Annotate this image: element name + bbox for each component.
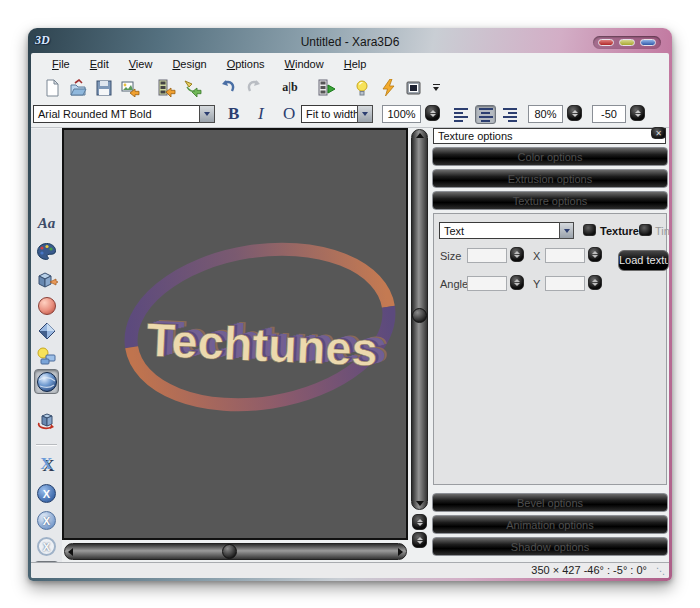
align-center-button[interactable] [475,105,496,124]
horizontal-scroll-thumb[interactable] [222,544,237,559]
animation-preview-icon[interactable] [315,78,337,98]
options-toolbar: Aa X X X X X [31,129,62,562]
bevel-options-tool[interactable] [34,318,59,343]
menu-edit[interactable]: Edit [81,55,118,73]
style-x-textured-tool[interactable]: X [34,508,59,533]
window-title: Untitled - Xara3D6 [31,35,669,49]
save-icon[interactable] [93,78,115,98]
design-canvas[interactable]: Techtunes Techtunes Techtunes Techtunes … [62,128,408,540]
angle-y-spinner[interactable] [588,275,602,290]
angle-input[interactable] [467,276,507,291]
angle-label: Angle [440,278,468,290]
vertical-scroll-thumb[interactable] [412,308,427,323]
menu-file[interactable]: File [43,55,79,73]
angle-y-label: Y [533,278,540,290]
button-options-tool[interactable] [34,293,59,318]
scroll-left-icon[interactable] [68,548,73,556]
style-x-solid-tool[interactable]: X [34,481,59,506]
extrusion-options-tool[interactable] [34,267,59,292]
minimize-button[interactable] [619,39,635,46]
zoom-mode-dropdown-icon[interactable] [357,105,373,123]
undo-icon[interactable] [217,78,239,98]
tint-checkbox[interactable] [639,224,652,236]
angle-y-input[interactable] [545,276,585,291]
page-up-spinner[interactable] [412,514,427,530]
horizontal-scrollbar[interactable] [64,543,407,560]
font-select[interactable]: Arial Rounded MT Bold [33,105,200,123]
svg-text:Techtunes: Techtunes [145,313,379,376]
display-icon[interactable] [403,78,425,98]
open-file-icon[interactable] [67,78,89,98]
animation-options-button[interactable]: Animation options [432,515,668,534]
bulb-shapes-icon [36,346,58,366]
zoom-mode-select[interactable]: Fit to width [301,105,358,123]
size-x-label: X [533,250,540,262]
new-document-icon[interactable] [41,78,63,98]
lighting-options-tool[interactable] [34,343,59,368]
bevel-options-button[interactable]: Bevel options [432,493,668,512]
scroll-down-icon[interactable] [416,501,424,506]
leading-spinner[interactable] [630,105,645,121]
toolbar-options-icon[interactable] [431,81,441,95]
resize-grip[interactable]: ⋱ [655,566,665,576]
align-right-button[interactable] [499,105,520,124]
align-left-button[interactable] [451,105,472,124]
italic-button[interactable]: I [258,104,264,124]
tracking-field[interactable]: 80% [528,105,563,123]
leading-field[interactable]: -50 [592,105,626,123]
menu-design[interactable]: Design [163,55,215,73]
size-spinner[interactable] [510,247,524,262]
color-options-button[interactable]: Color options [432,147,668,166]
texture-checkbox[interactable] [583,224,596,236]
text-options-icon[interactable]: a|b [279,78,301,98]
extrude-cube-icon [36,270,58,290]
palette-icon [36,242,57,262]
tools-divider [36,444,57,446]
export-vector-icon[interactable] [181,78,203,98]
extrusion-options-button[interactable]: Extrusion options [432,169,668,188]
menu-options[interactable]: Options [218,55,274,73]
menu-window[interactable]: Window [276,55,333,73]
maximize-button[interactable] [640,39,656,46]
style-x-outline-tool[interactable]: X [34,534,59,559]
animation-options-tool[interactable] [34,407,59,432]
scroll-right-icon[interactable] [398,548,403,556]
title-bar[interactable]: 3D Untitled - Xara3D6 [31,31,669,53]
rotate-cube-icon [36,409,58,431]
text-options-tool[interactable]: Aa [34,211,59,236]
export-animation-icon[interactable] [155,78,177,98]
shadow-options-button[interactable]: Shadow options [432,537,668,556]
color-options-tool[interactable] [34,239,59,264]
texture-target-select[interactable]: Text [439,222,560,239]
zoom-spinner[interactable] [425,105,440,121]
lights-icon[interactable] [351,78,373,98]
font-select-dropdown-icon[interactable] [199,105,215,123]
main-toolbar: a|b [31,74,669,101]
texture-options-tool[interactable] [34,369,59,394]
page-down-spinner[interactable] [412,532,427,548]
panel-title: Texture options [433,128,666,144]
size-x-input[interactable] [545,248,585,263]
tracking-spinner[interactable] [567,105,582,121]
redo-icon[interactable] [243,78,265,98]
texture-target-dropdown-icon[interactable] [559,222,574,239]
shadow-options-tool[interactable]: X [34,451,59,476]
menu-view[interactable]: View [120,55,162,73]
close-button[interactable] [598,39,614,46]
load-texture-button[interactable]: Load texture [618,250,669,271]
status-bar: 350 × 427 -46° : -5° : 0° ⋱ [31,562,669,578]
scroll-up-icon[interactable] [416,133,424,138]
techtunes-logo: Techtunes Techtunes Techtunes Techtunes … [64,130,406,538]
angle-spinner[interactable] [510,275,524,290]
bold-button[interactable]: B [228,104,239,124]
menu-help[interactable]: Help [335,55,376,73]
export-image-icon[interactable] [119,78,141,98]
flash-icon[interactable] [377,78,399,98]
size-x-spinner[interactable] [588,247,602,262]
zoom-value-field[interactable]: 100% [382,105,421,123]
panel-close-icon[interactable]: ✕ [651,127,666,139]
vertical-scrollbar[interactable] [411,129,428,510]
texture-options-button[interactable]: Texture options [432,191,668,210]
outline-button[interactable]: O [283,104,295,124]
size-input[interactable] [467,248,507,263]
